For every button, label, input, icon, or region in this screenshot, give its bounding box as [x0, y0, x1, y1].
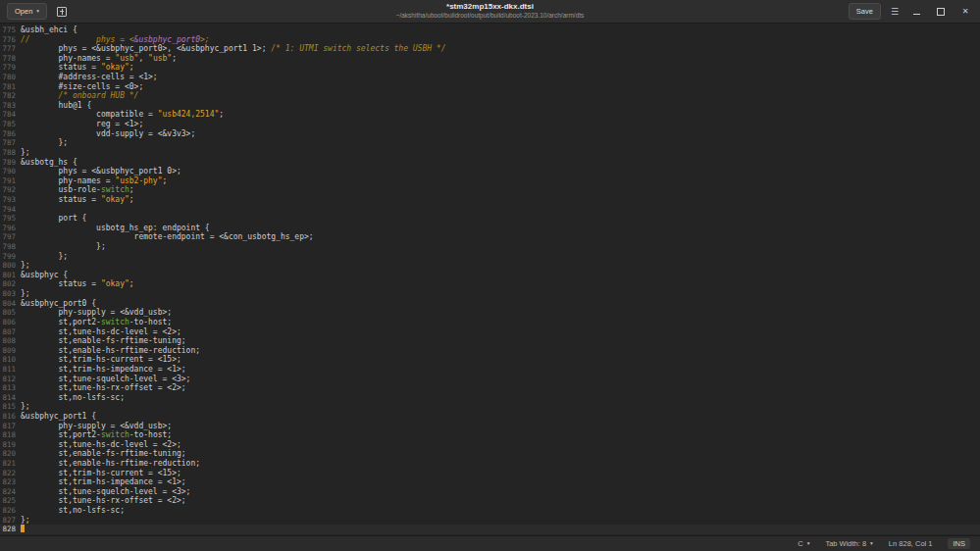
code-line[interactable]: 822 st,trim-hs-current = <15>; [0, 469, 980, 478]
code-line[interactable]: 819 st,tune-hs-dc-level = <2>; [0, 440, 980, 450]
code-line[interactable]: 810 st,trim-hs-current = <15>; [0, 355, 980, 365]
code-line[interactable]: 828 [0, 525, 980, 534]
code-line[interactable]: 818 st,port2-switch-to-host; [0, 430, 980, 440]
line-number: 810 [0, 355, 21, 365]
code-line[interactable]: 796 usbotg_hs_ep: endpoint { [0, 224, 980, 233]
code-line[interactable]: 795 port { [0, 214, 980, 224]
code-text: }; [21, 252, 68, 262]
line-number: 780 [0, 73, 21, 82]
code-line[interactable]: 777 phys = <&usbphyc_port0>, <&usbphyc_p… [0, 44, 980, 54]
open-button[interactable]: Open ▾ [7, 3, 47, 20]
code-text: }; [21, 516, 30, 526]
code-line[interactable]: 786 vdd-supply = <&v3v3>; [0, 129, 980, 139]
code-line[interactable]: 779 status = "okay"; [0, 63, 980, 73]
line-number: 805 [0, 308, 21, 318]
code-line[interactable]: 802 status = "okay"; [0, 279, 980, 289]
code-line[interactable]: 793 status = "okay"; [0, 195, 980, 205]
code-line[interactable]: 803}; [0, 289, 980, 299]
code-line[interactable]: 776// phys = <&usbphyc_port0>; [0, 35, 980, 45]
code-line[interactable]: 799 }; [0, 252, 980, 262]
line-number: 814 [0, 393, 21, 403]
code-line[interactable]: 797 remote-endpoint = <&con_usbotg_hs_ep… [0, 232, 980, 242]
header-right-group: Save ☰ ✕ [849, 3, 973, 20]
code-line[interactable]: 827}; [0, 516, 980, 526]
code-line[interactable]: 826 st,no-lsfs-sc; [0, 506, 980, 516]
code-text: /* onboard HUB */ [21, 91, 138, 101]
code-line[interactable]: 789&usbotg_hs { [0, 158, 980, 168]
code-text: remote-endpoint = <&con_usbotg_hs_ep>; [21, 232, 314, 242]
line-number: 786 [0, 129, 21, 139]
code-line[interactable]: 784 compatible = "usb424,2514"; [0, 110, 980, 120]
code-text: phy-names = "usb", "usb"; [21, 54, 177, 64]
code-line[interactable]: 801&usbphyc { [0, 271, 980, 280]
minimize-button[interactable] [910, 6, 922, 18]
line-number: 779 [0, 63, 21, 73]
code-line[interactable]: 780 #address-cells = <1>; [0, 73, 980, 82]
line-number: 795 [0, 214, 21, 224]
tab-width-selector[interactable]: Tab Width: 8 ▾ [825, 539, 872, 548]
code-line[interactable]: 794 [0, 205, 980, 215]
code-text: status = "okay"; [21, 279, 134, 289]
code-line[interactable]: 825 st,tune-hs-rx-offset = <2>; [0, 496, 980, 506]
code-line[interactable]: 783 hub@1 { [0, 101, 980, 111]
code-line[interactable]: 804&usbphyc_port0 { [0, 299, 980, 309]
window-controls: ✕ [910, 6, 971, 18]
code-line[interactable]: 785 reg = <1>; [0, 120, 980, 129]
line-number: 811 [0, 365, 21, 375]
code-line[interactable]: 791 phy-names = "usb2-phy"; [0, 176, 980, 186]
insert-mode-indicator[interactable]: INS [948, 538, 970, 549]
line-number: 800 [0, 261, 21, 271]
code-text: st,trim-hs-current = <15>; [21, 355, 181, 365]
line-number: 785 [0, 120, 21, 129]
code-line[interactable]: 816&usbphyc_port1 { [0, 412, 980, 422]
line-number: 790 [0, 167, 21, 176]
code-text: }; [21, 289, 30, 299]
code-editor[interactable]: 775&usbh_ehci {776// phys = <&usbphyc_po… [0, 24, 980, 535]
code-line[interactable]: 792 usb-role-switch; [0, 185, 980, 195]
language-label: C [798, 539, 802, 548]
code-line[interactable]: 811 st,trim-hs-impedance = <1>; [0, 365, 980, 375]
code-line[interactable]: 813 st,tune-hs-rx-offset = <2>; [0, 383, 980, 393]
cursor-position[interactable]: Ln 828, Col 1 [889, 539, 933, 548]
code-line[interactable]: 824 st,tune-squelch-level = <3>; [0, 487, 980, 497]
line-number: 781 [0, 82, 21, 92]
code-line[interactable]: 782 /* onboard HUB */ [0, 91, 980, 101]
code-line[interactable]: 812 st,tune-squelch-level = <3>; [0, 375, 980, 384]
close-button[interactable]: ✕ [959, 6, 971, 18]
code-line[interactable]: 808 st,enable-fs-rftime-tuning; [0, 336, 980, 346]
code-text: phys = <&usbphyc_port1 0>; [21, 167, 181, 176]
code-text: st,port2-switch-to-host; [21, 318, 172, 327]
chevron-down-icon: ▾ [870, 541, 873, 547]
language-selector[interactable]: C ▾ [798, 539, 809, 548]
code-line[interactable]: 815}; [0, 402, 980, 412]
code-line[interactable]: 781 #size-cells = <0>; [0, 82, 980, 92]
line-number: 808 [0, 336, 21, 346]
code-line[interactable]: 820 st,enable-fs-rftime-tuning; [0, 449, 980, 459]
save-button[interactable]: Save [849, 3, 881, 20]
code-text: }; [21, 402, 30, 412]
code-line[interactable]: 805 phy-supply = <&vdd_usb>; [0, 308, 980, 318]
code-line[interactable]: 798 }; [0, 242, 980, 252]
code-line[interactable]: 800}; [0, 261, 980, 271]
code-line[interactable]: 787 }; [0, 138, 980, 148]
code-text: st,tune-squelch-level = <3>; [21, 375, 190, 384]
code-line[interactable]: 823 st,trim-hs-impedance = <1>; [0, 477, 980, 487]
open-button-label: Open [15, 7, 32, 16]
new-tab-button[interactable] [53, 4, 71, 19]
code-text: port { [21, 214, 86, 224]
maximize-button[interactable] [935, 6, 947, 18]
code-line[interactable]: 788}; [0, 148, 980, 158]
code-line[interactable]: 807 st,tune-hs-dc-level = <2>; [0, 327, 980, 337]
hamburger-menu-button[interactable]: ☰ [891, 7, 899, 17]
code-line[interactable]: 817 phy-supply = <&vdd_usb>; [0, 422, 980, 431]
code-line[interactable]: 778 phy-names = "usb", "usb"; [0, 54, 980, 64]
code-text: compatible = "usb424,2514"; [21, 110, 224, 120]
document-title: *stm32mp15xx-dkx.dtsi [396, 2, 585, 12]
line-number: 782 [0, 91, 21, 101]
code-line[interactable]: 814 st,no-lsfs-sc; [0, 393, 980, 403]
code-line[interactable]: 790 phys = <&usbphyc_port1 0>; [0, 167, 980, 176]
code-line[interactable]: 806 st,port2-switch-to-host; [0, 318, 980, 327]
code-line[interactable]: 821 st,enable-hs-rftime-reduction; [0, 459, 980, 469]
code-line[interactable]: 775&usbh_ehci { [0, 25, 980, 35]
code-line[interactable]: 809 st,enable-hs-rftime-reduction; [0, 346, 980, 356]
